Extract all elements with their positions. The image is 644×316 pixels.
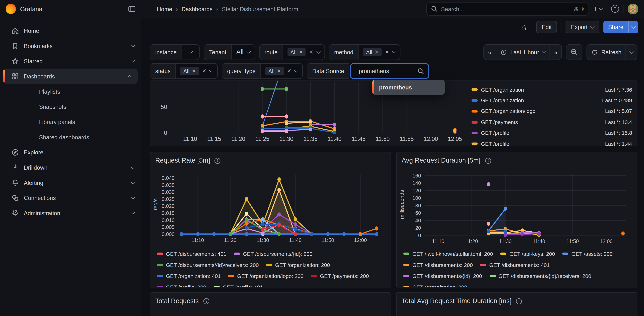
clear-filter-icon[interactable]: ×	[310, 49, 313, 56]
breadcrumb-home[interactable]: Home	[157, 6, 172, 12]
chevron-down-icon	[630, 50, 634, 54]
legend-row[interactable]: GET /profileLast *: 15.8	[472, 128, 632, 138]
dropdown-option-prometheus[interactable]: prometheus	[374, 84, 412, 90]
filter-route[interactable]: route All× ×	[259, 44, 325, 60]
legend-item[interactable]: GET /assets: 200	[562, 251, 612, 257]
text-caret	[355, 68, 356, 74]
sidebar-item-drilldown[interactable]: Drilldown	[0, 160, 141, 175]
filter-chip[interactable]: All×	[180, 67, 199, 75]
sidebar-item-explore[interactable]: Explore	[0, 145, 141, 160]
svg-text:11:25: 11:25	[255, 136, 269, 142]
favorite-star-button[interactable]: ☆	[521, 23, 528, 31]
legend-item[interactable]: GET /disbursements/{id}/receivers: 200	[490, 273, 591, 279]
filter-value-dropdown[interactable]: All× ×	[176, 64, 217, 78]
sidebar-toggle-button[interactable]	[128, 5, 136, 13]
sidebar-item-starred[interactable]: Starred	[0, 54, 141, 69]
clear-filter-icon[interactable]: ×	[288, 68, 291, 74]
svg-text:11:35: 11:35	[304, 136, 318, 142]
time-shift-forward-button[interactable]: »	[549, 45, 562, 60]
export-button[interactable]: Export	[566, 21, 599, 33]
sidebar-item-playlists[interactable]: Playlists	[0, 84, 141, 99]
series-color-chip	[472, 99, 478, 102]
info-icon[interactable]	[203, 298, 210, 304]
sidebar-item-administration[interactable]: ⚙ Administration	[0, 205, 141, 220]
remove-chip-icon[interactable]: ×	[192, 68, 196, 74]
help-button[interactable]: ?	[611, 5, 619, 13]
filter-tenant[interactable]: Tenant All	[204, 44, 255, 60]
breadcrumb-dashboards[interactable]: Dashboards	[182, 6, 212, 12]
legend-item[interactable]: GET /api-keys: 200	[500, 251, 555, 257]
filter-value-dropdown[interactable]: All× ×	[261, 64, 302, 78]
info-icon[interactable]	[516, 298, 522, 304]
legend-item[interactable]: GET /disbursements/{id}/receivers: 200	[157, 262, 259, 268]
chevron-down-icon	[392, 50, 396, 54]
zoom-out-button[interactable]	[566, 45, 582, 60]
refresh-interval-dropdown[interactable]	[626, 45, 637, 60]
remove-chip-icon[interactable]: ×	[299, 49, 303, 56]
datasource-suggestion-dropdown: prometheus	[372, 80, 445, 95]
sidebar-item-dashboards[interactable]: Dashboards	[3, 68, 138, 84]
sidebar-item-connections[interactable]: Connections	[0, 190, 141, 205]
remove-chip-icon[interactable]: ×	[277, 68, 281, 74]
user-avatar[interactable]	[628, 4, 638, 14]
sidebar-item-home[interactable]: Home	[0, 23, 141, 38]
legend-item[interactable]: GET /disbursements: 401	[157, 251, 226, 257]
series-color-chip	[157, 264, 163, 266]
sidebar-item-alerting[interactable]: Alerting	[0, 175, 141, 190]
legend-item[interactable]: GET /organization: 200	[403, 284, 467, 288]
sidebar-item-snapshots[interactable]: Snapshots	[0, 99, 141, 114]
legend-row[interactable]: GET /organization/logoLast *: 5.07	[472, 106, 632, 117]
filter-query-type[interactable]: query_type All× ×	[222, 63, 303, 79]
chevron-down-icon	[599, 6, 603, 10]
legend-item[interactable]: GET /profile: 200	[157, 284, 206, 288]
legend-item[interactable]: GET /disbursements: 401	[480, 262, 550, 268]
filter-chip[interactable]: All×	[363, 48, 382, 56]
svg-text:60: 60	[415, 210, 421, 216]
legend-item[interactable]: GET /profile: 401	[214, 284, 263, 288]
clear-filter-icon[interactable]: ×	[202, 68, 206, 74]
datasource-input[interactable]: prometheus	[350, 63, 429, 79]
bell-icon	[11, 178, 19, 186]
filter-value-dropdown[interactable]: All	[232, 45, 255, 60]
svg-text:140: 140	[412, 180, 421, 186]
time-shift-back-button[interactable]: «	[484, 45, 496, 60]
search-input[interactable]: Search... ⌘+k	[426, 2, 589, 16]
add-new-button[interactable]: +	[593, 4, 602, 13]
legend-row[interactable]: GET /paymentsLast *: 10.4	[472, 117, 632, 128]
legend-item[interactable]: GET /disbursements/{id}: 200	[403, 273, 482, 279]
info-icon[interactable]	[484, 157, 492, 164]
filter-method[interactable]: method All× ×	[329, 44, 400, 60]
filter-status[interactable]: status All× ×	[150, 63, 218, 79]
time-range-picker[interactable]: Last 1 hour	[496, 45, 549, 60]
legend-item[interactable]: GET /disbursements: 200	[403, 262, 473, 268]
filter-value-dropdown[interactable]: All× ×	[359, 45, 400, 60]
legend-row[interactable]: GET /profileLast *: 1.44	[472, 138, 632, 146]
request-rate-chart[interactable]: 11:1011:2011:3011:4011:5012:000.0000.005…	[152, 174, 386, 248]
avg-duration-chart[interactable]: 11:1011:2011:3011:4011:5012:000204060801…	[398, 173, 632, 249]
legend-item[interactable]: GET /organization/logo: 200	[228, 273, 304, 279]
edit-button[interactable]: Edit	[536, 21, 557, 33]
remove-chip-icon[interactable]: ×	[375, 49, 378, 56]
clear-filter-icon[interactable]: ×	[385, 49, 389, 56]
filter-value-dropdown[interactable]: All× ×	[283, 45, 324, 60]
share-dropdown-button[interactable]	[628, 21, 638, 33]
gear-icon: ⚙	[11, 209, 19, 217]
sidebar-item-library-panels[interactable]: Library panels	[0, 114, 141, 130]
legend-row[interactable]: GET /organizationLast *: 0.489	[472, 95, 632, 106]
filter-instance[interactable]: instance	[150, 44, 200, 60]
filter-chip[interactable]: All×	[266, 67, 284, 75]
zoom-out-icon	[570, 48, 578, 56]
filter-chip[interactable]: All×	[288, 48, 306, 56]
legend-item[interactable]: GET /organization: 401	[157, 273, 221, 279]
sidebar-item-bookmarks[interactable]: Bookmarks	[0, 38, 141, 54]
legend-item[interactable]: GET /disbursements/{id}: 200	[234, 251, 312, 257]
info-icon[interactable]	[214, 157, 221, 164]
legend-item[interactable]: GET /.well-known/stellar.toml: 200	[403, 251, 493, 257]
refresh-button[interactable]: Refresh	[587, 45, 626, 60]
legend-row[interactable]: GET /organizationLast *: 7.36	[472, 84, 632, 95]
sidebar-item-shared-dashboards[interactable]: Shared dashboards	[0, 130, 141, 145]
share-button[interactable]: Share	[603, 21, 638, 33]
filter-value-dropdown[interactable]	[182, 45, 199, 60]
legend-item[interactable]: GET /organization: 200	[266, 262, 330, 268]
legend-item[interactable]: GET /payments: 200	[311, 273, 369, 279]
